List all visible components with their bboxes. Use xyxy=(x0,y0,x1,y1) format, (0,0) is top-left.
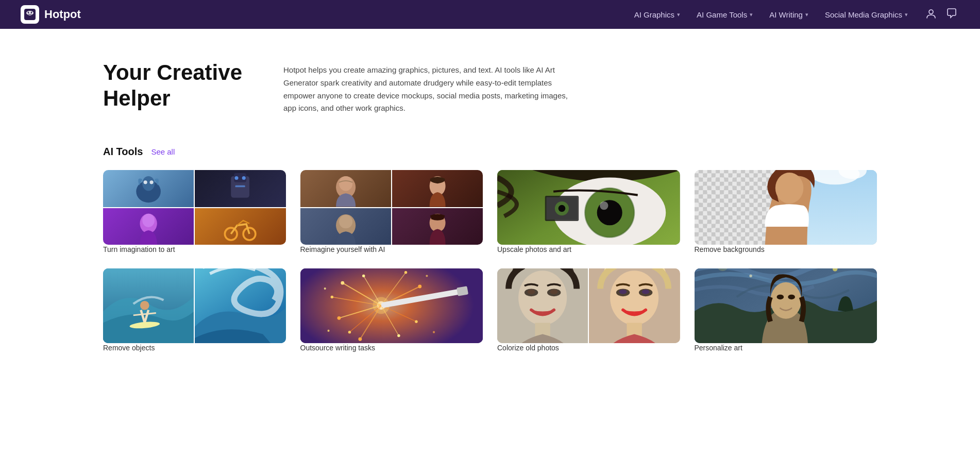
tool-label-imagination: Turn imagination to art xyxy=(103,245,175,253)
svg-point-75 xyxy=(426,275,428,277)
svg-point-98 xyxy=(770,282,801,319)
tool-label-colorize: Colorize old photos xyxy=(497,344,559,352)
user-icon[interactable] xyxy=(923,6,939,24)
tool-image-upscale xyxy=(497,170,680,245)
svg-point-64 xyxy=(337,316,341,320)
tools-grid: Turn imagination to art xyxy=(103,170,877,352)
logo-text: Hotpot xyxy=(44,8,81,21)
svg-point-86 xyxy=(610,270,658,325)
svg-point-100 xyxy=(788,295,795,300)
svg-point-79 xyxy=(518,270,567,325)
chevron-down-icon: ▾ xyxy=(905,11,908,18)
nav-item-ai-graphics[interactable]: AI Graphics ▾ xyxy=(627,6,687,23)
nav-item-ai-game-tools[interactable]: AI Game Tools ▾ xyxy=(689,6,760,23)
svg-point-68 xyxy=(418,285,421,289)
svg-point-14 xyxy=(142,213,155,227)
chevron-down-icon: ▾ xyxy=(805,11,808,18)
svg-point-18 xyxy=(339,176,352,191)
see-all-link[interactable]: See all xyxy=(151,147,175,156)
tool-card-colorize[interactable]: Colorize old photos xyxy=(497,268,680,352)
svg-point-90 xyxy=(642,290,650,294)
svg-point-67 xyxy=(404,271,407,274)
tool-image-reimagine xyxy=(300,170,483,245)
svg-point-62 xyxy=(341,281,344,285)
svg-point-97 xyxy=(749,275,752,277)
svg-point-10 xyxy=(235,176,239,180)
svg-point-63 xyxy=(330,296,333,298)
hero-description-block: Hotpot helps you create amazing graphics… xyxy=(283,60,877,115)
svg-point-69 xyxy=(415,320,417,323)
svg-point-66 xyxy=(362,275,364,277)
svg-rect-12 xyxy=(235,185,245,188)
tool-image-remove-bg xyxy=(695,170,877,245)
tool-card-reimagine[interactable]: Reimagine yourself with AI xyxy=(300,170,483,254)
tool-card-remove-obj[interactable]: Remove objects xyxy=(103,268,286,352)
svg-point-44 xyxy=(140,301,149,310)
tool-label-upscale: Upscale photos and art xyxy=(497,245,571,253)
svg-point-33 xyxy=(559,205,566,212)
svg-point-21 xyxy=(339,215,352,228)
tools-section-title: AI Tools xyxy=(103,146,143,158)
tool-image-remove-obj xyxy=(103,268,286,343)
hero-title: Your Creative Helper xyxy=(103,60,242,112)
svg-point-77 xyxy=(327,330,329,332)
tool-card-imagination[interactable]: Turn imagination to art xyxy=(103,170,286,254)
nav-item-ai-writing[interactable]: AI Writing ▾ xyxy=(762,6,816,23)
tool-label-writing: Outsource writing tasks xyxy=(300,344,376,352)
nav-item-social-media[interactable]: Social Media Graphics ▾ xyxy=(818,6,915,23)
tool-image-personalize xyxy=(695,268,877,343)
svg-point-65 xyxy=(348,331,350,333)
hero-description: Hotpot helps you create amazing graphics… xyxy=(283,64,572,115)
tool-label-remove-obj: Remove objects xyxy=(103,344,155,352)
svg-point-83 xyxy=(550,290,558,294)
tool-label-personalize: Personalize art xyxy=(695,344,742,352)
svg-point-76 xyxy=(433,331,435,333)
svg-point-6 xyxy=(144,180,147,184)
svg-point-7 xyxy=(150,180,154,184)
tools-header: AI Tools See all xyxy=(103,146,877,158)
hero-section: Your Creative Helper Hotpot helps you cr… xyxy=(0,29,980,136)
tool-card-upscale[interactable]: Upscale photos and art xyxy=(497,170,680,254)
svg-point-29 xyxy=(600,201,608,210)
svg-point-1 xyxy=(28,12,29,13)
tool-image-writing xyxy=(300,268,483,343)
tool-image-imagination xyxy=(103,170,286,245)
chat-icon[interactable] xyxy=(944,6,959,24)
tool-card-personalize[interactable]: Personalize art xyxy=(695,268,877,352)
tool-card-remove-bg[interactable]: Remove backgrounds xyxy=(695,170,877,254)
chevron-down-icon: ▾ xyxy=(750,11,753,18)
tool-label-reimagine: Reimagine yourself with AI xyxy=(300,245,385,253)
hero-title-block: Your Creative Helper xyxy=(103,60,242,112)
logo-icon xyxy=(21,5,39,24)
tool-card-writing[interactable]: Outsource writing tasks xyxy=(300,268,483,352)
logo-link[interactable]: Hotpot xyxy=(21,5,81,24)
tools-section: AI Tools See all xyxy=(0,136,980,383)
tool-image-colorize xyxy=(497,268,680,343)
svg-point-74 xyxy=(324,287,326,290)
svg-point-42 xyxy=(775,173,803,204)
svg-point-82 xyxy=(528,290,535,294)
svg-point-3 xyxy=(929,10,933,14)
svg-point-11 xyxy=(242,176,246,180)
svg-point-99 xyxy=(776,295,784,300)
svg-point-71 xyxy=(358,337,362,341)
tool-label-remove-bg: Remove backgrounds xyxy=(695,245,765,253)
nav-links: AI Graphics ▾ AI Game Tools ▾ AI Writing… xyxy=(627,6,915,23)
svg-point-70 xyxy=(397,334,400,337)
chevron-down-icon: ▾ xyxy=(677,11,680,18)
nav-icons xyxy=(923,6,959,24)
navbar: Hotpot AI Graphics ▾ AI Game Tools ▾ AI … xyxy=(0,0,980,29)
svg-rect-73 xyxy=(457,286,468,296)
svg-point-89 xyxy=(619,290,627,294)
svg-point-2 xyxy=(31,12,32,13)
